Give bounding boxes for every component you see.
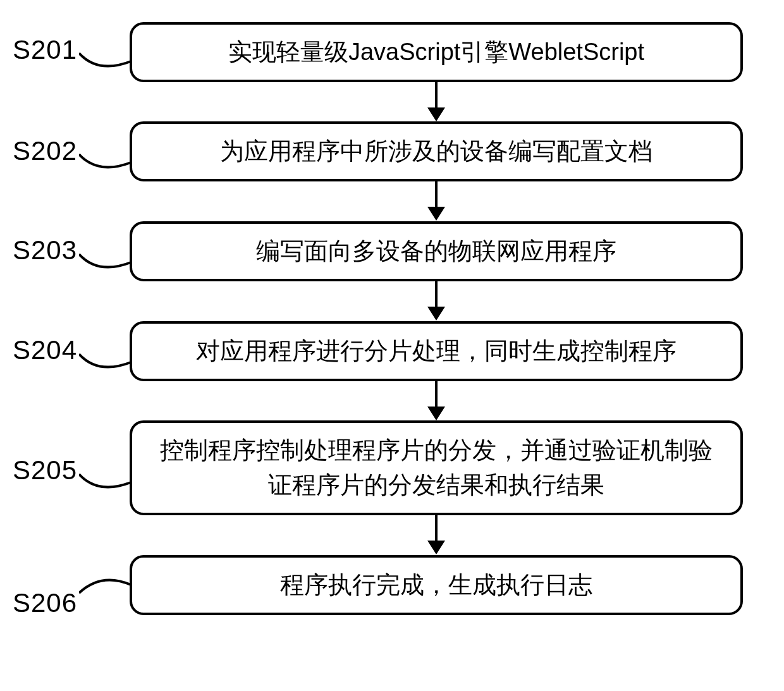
step-box-S203: 编写面向多设备的物联网应用程序: [130, 221, 743, 281]
step-text-S203: 编写面向多设备的物联网应用程序: [256, 234, 616, 269]
flowchart-canvas: S201 实现轻量级JavaScript引擎WebletScript S202 …: [0, 0, 784, 691]
step-text-S201: 实现轻量级JavaScript引擎WebletScript: [228, 35, 644, 70]
step-label-S203: S203: [13, 235, 77, 266]
step-text-S206: 程序执行完成，生成执行日志: [280, 568, 592, 602]
step-text-S204: 对应用程序进行分片处理，同时生成控制程序: [196, 334, 677, 369]
step-box-S204: 对应用程序进行分片处理，同时生成控制程序: [130, 321, 743, 381]
step-box-S202: 为应用程序中所涉及的设备编写配置文档: [130, 121, 743, 181]
step-label-S202: S202: [13, 136, 77, 166]
step-label-S201: S201: [13, 35, 77, 65]
connector-S204: [79, 340, 136, 378]
step-text-S202: 为应用程序中所涉及的设备编写配置文档: [220, 134, 652, 169]
step-label-S204: S204: [13, 335, 77, 365]
step-box-S205: 控制程序控制处理程序片的分发，并通过验证机制验证程序片的分发结果和执行结果: [130, 420, 743, 515]
step-label-S206: S206: [13, 588, 77, 618]
connector-S202: [79, 140, 136, 178]
connector-S205: [79, 460, 136, 498]
connector-S206: [79, 569, 136, 607]
step-text-S205: 控制程序控制处理程序片的分发，并通过验证机制验证程序片的分发结果和执行结果: [151, 433, 721, 503]
step-box-S206: 程序执行完成，生成执行日志: [130, 555, 743, 615]
connector-S201: [79, 39, 136, 77]
step-label-S205: S205: [13, 455, 77, 486]
connector-S203: [79, 240, 136, 278]
step-box-S201: 实现轻量级JavaScript引擎WebletScript: [130, 22, 743, 82]
